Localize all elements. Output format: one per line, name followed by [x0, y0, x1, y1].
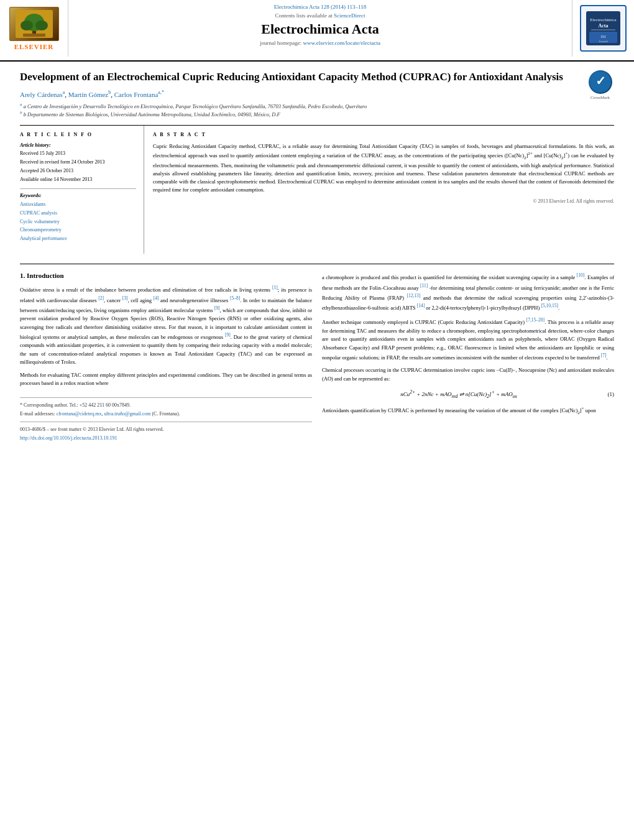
homepage-url[interactable]: www.elsevier.com/locate/electacta: [303, 40, 380, 46]
contents-line: Contents lists available at ScienceDirec…: [275, 12, 365, 19]
journal-homepage: journal homepage: www.elsevier.com/locat…: [260, 40, 380, 46]
date-accepted: Accepted 26 October 2013: [20, 167, 136, 175]
body-para-right-4: Antioxidants quantification by CUPRAC is…: [322, 405, 614, 417]
issn-note: 0013-4686/$ – see front matter © 2013 El…: [20, 426, 312, 433]
crossmark-icon: ✓: [589, 70, 612, 94]
keyword-5[interactable]: Analytical performance: [20, 234, 136, 243]
affiliation-2: b b Departamento de Sistemas Biológicos,…: [20, 110, 577, 118]
article-title-text: Development of an Electrochemical Cupric…: [20, 70, 577, 119]
email-note: E-mail addresses: cfrontana@cideteq.mx, …: [20, 410, 312, 418]
article-authors: Arely Cárdenasa, Martín Gómezb, Carlos F…: [20, 90, 577, 98]
svg-point-4: [35, 21, 48, 30]
article-history: Article history: Received 15 July 2013 R…: [20, 142, 136, 183]
crossmark-svg: ✓: [589, 71, 612, 93]
date-revised: Received in revised form 24 October 2013: [20, 159, 136, 167]
svg-text:Journal: Journal: [599, 40, 608, 43]
body-section: 1. Introduction Oxidative stress is a re…: [20, 264, 614, 443]
article-main-title: Development of an Electrochemical Cupric…: [20, 70, 577, 85]
history-label: Article history:: [20, 142, 136, 148]
journal-center: Electrochimica Acta 128 (2014) 113–118 C…: [68, 0, 572, 57]
homepage-label: journal homepage:: [260, 40, 301, 46]
elsevier-wordmark: ELSEVIER: [14, 43, 54, 50]
keywords-section: Keywords: Antioxidants CUPRAC analysis C…: [20, 193, 136, 242]
date-received: Received 15 July 2013: [20, 150, 136, 158]
journal-badge-container: Electrochimica Acta ISI Journal: [572, 0, 634, 57]
crossmark-badge: ✓ CrossMark: [586, 70, 614, 100]
corresponding-author-note: * Corresponding author. Tel.: +52 442 21…: [20, 402, 312, 409]
page: ELSEVIER Electrochimica Acta 128 (2014) …: [0, 0, 634, 840]
keyword-3[interactable]: Cyclic voltammetry: [20, 218, 136, 226]
corresponding-note-text: * Corresponding author. Tel.: +52 442 21…: [20, 402, 131, 408]
affiliation-1: a a Centro de Investigación y Desarrollo…: [20, 102, 577, 109]
doi-link[interactable]: http://dx.doi.org/10.1016/j.electacta.20…: [20, 435, 117, 441]
svg-rect-5: [23, 34, 45, 37]
journal-title: Electrochimica Acta: [261, 21, 379, 37]
elsevier-logo-container: ELSEVIER: [0, 0, 68, 57]
equation-1-number: (1): [595, 391, 614, 397]
author-3: Carlos Frontana: [114, 91, 158, 98]
svg-text:✓: ✓: [595, 74, 605, 88]
journal-ref-line: Electrochimica Acta 128 (2014) 113–118: [274, 4, 366, 10]
keyword-2[interactable]: CUPRAC analysis: [20, 209, 136, 218]
copyright-line: © 2013 Elsevier Ltd. All rights reserved…: [153, 198, 614, 204]
separator-1: [20, 188, 136, 189]
article-content: Development of an Electrochemical Cupric…: [0, 62, 634, 452]
date-online: Available online 14 November 2013: [20, 176, 136, 184]
svg-text:Electrochimica: Electrochimica: [590, 17, 617, 22]
keyword-4[interactable]: Chronoamperometry: [20, 226, 136, 234]
author-1: Arely Cárdenas: [20, 91, 63, 98]
body-para-right-3: Chemical processes occurring in the CUPR…: [322, 366, 614, 383]
email-2-link[interactable]: ultra.truño@gmail.com: [104, 411, 151, 417]
body-para-2: Methods for evaluating TAC content emplo…: [20, 371, 312, 388]
article-info-abstract-section: A R T I C L E I N F O Article history: R…: [20, 125, 614, 254]
body-para-right-2: Another technique commonly employed is C…: [322, 316, 614, 362]
keywords-label: Keywords:: [20, 193, 136, 198]
elsevier-logo: ELSEVIER: [9, 7, 59, 50]
svg-text:Acta: Acta: [599, 23, 609, 29]
keyword-1[interactable]: Antioxidants: [20, 200, 136, 209]
svg-point-3: [21, 21, 33, 30]
equation-1-formula: nCu2+ + 2nNc + mAOred ⇌ n[Cu(Nc)2]+ + mA…: [322, 389, 595, 399]
journal-header: ELSEVIER Electrochimica Acta 128 (2014) …: [0, 0, 634, 62]
email-label: E-mail addresses:: [20, 411, 55, 417]
electrochimica-badge-icon: Electrochimica Acta ISI Journal: [586, 11, 620, 45]
article-dates: Received 15 July 2013 Received in revise…: [20, 150, 136, 183]
abstract-col: A B S T R A C T Cupric Reducing Antioxid…: [144, 126, 614, 254]
keywords-list: Antioxidants CUPRAC analysis Cyclic volt…: [20, 200, 136, 242]
crossmark-label: CrossMark: [590, 95, 610, 100]
article-info-col: A R T I C L E I N F O Article history: R…: [20, 126, 144, 254]
article-info-label: A R T I C L E I N F O: [20, 132, 136, 137]
email-suffix: (C. Frontana).: [152, 411, 180, 417]
body-col-left: 1. Introduction Oxidative stress is a re…: [20, 272, 312, 443]
body-col-right: a chromophore is produced and this produ…: [322, 272, 614, 443]
abstract-label: A B S T R A C T: [153, 132, 614, 137]
section-1-heading: 1. Introduction: [20, 272, 312, 279]
abstract-text: Cupric Reducing Antioxidant Capacity met…: [153, 142, 614, 194]
email-1-link[interactable]: cfrontana@cideteq.mx: [57, 411, 102, 417]
footer-separator: [20, 422, 312, 422]
svg-text:ISI: ISI: [601, 35, 605, 39]
article-footer: * Corresponding author. Tel.: +52 442 21…: [20, 397, 312, 442]
elsevier-tree-icon: [9, 7, 59, 41]
body-para-1: Oxidative stress is a result of the imba…: [20, 284, 312, 366]
article-title-section: Development of an Electrochemical Cupric…: [20, 70, 614, 119]
sciencedirect-link[interactable]: ScienceDirect: [334, 12, 365, 19]
body-para-right-1: a chromophore is produced and this produ…: [322, 272, 614, 312]
equation-1-block: nCu2+ + 2nNc + mAOred ⇌ n[Cu(Nc)2]+ + mA…: [322, 389, 614, 399]
author-2: Martín Gómez: [68, 91, 108, 98]
journal-badge: Electrochimica Acta ISI Journal: [580, 5, 627, 52]
doi-note: http://dx.doi.org/10.1016/j.electacta.20…: [20, 435, 312, 442]
